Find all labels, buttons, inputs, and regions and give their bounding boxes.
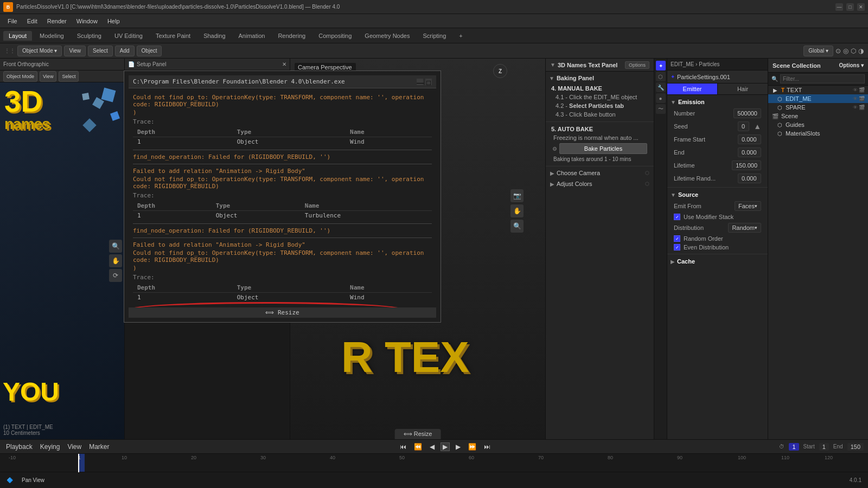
tab-animation[interactable]: Animation [233,31,271,41]
ol-text-label: T [781,87,784,93]
ol-text-name: TEXT [787,87,802,93]
snap-icon[interactable]: ⊙ [835,47,841,55]
close-button[interactable]: ✕ [857,3,865,11]
random-order-cb[interactable]: ✓ [674,235,680,242]
menu-edit[interactable]: Edit [23,17,42,25]
error-console-window-controls: — □ [417,79,432,85]
tl-playback-btn[interactable]: Playback [4,443,34,451]
left-view-btn[interactable]: View [40,71,56,82]
tl-marker-btn[interactable]: Marker [87,443,111,451]
resize-bar[interactable]: ⟺ Resize [395,429,441,439]
even-distribution-cb[interactable]: ✓ [674,244,680,251]
baking-panel-header[interactable]: ▼ Baking Panel [546,74,654,82]
outliner-search-input[interactable] [780,74,865,84]
tab-scripting[interactable]: Scripting [417,31,451,41]
minimize-button[interactable]: — [835,3,843,11]
tab-hair[interactable]: Hair [717,84,768,94]
props-icon-object[interactable]: ⬡ [656,72,666,81]
tl-prev-btn[interactable]: ⏪ [412,443,424,451]
tl-start-frame[interactable]: 1 [819,443,829,451]
nav-zoom-icon[interactable]: 🔍 [109,240,122,253]
tl-play-btn[interactable]: ▶ [441,442,450,451]
menu-file[interactable]: File [3,17,22,25]
tab-modeling[interactable]: Modeling [34,31,69,41]
tl-prev-key-btn[interactable]: ◀ [428,443,436,451]
tab-layout[interactable]: Layout [3,31,32,41]
tab-add[interactable]: + [454,31,468,41]
tl-end-frame[interactable]: 150 [847,443,864,451]
emit-from-row: Emit From Faces ▾ [669,200,765,213]
nav-pan-icon[interactable]: ✋ [109,254,122,267]
tl-skip-start-btn[interactable]: ⏮ [398,443,408,451]
console-resize-bar[interactable]: ⟺ Resize [129,307,436,318]
ol-edit-me-name: EDIT_ME [786,95,812,102]
props-icon-material[interactable]: ● [656,93,666,103]
choose-camera-row[interactable]: ▶ Choose Camera ⬡ [546,168,654,178]
overlay-icon[interactable]: ⬡ [851,47,856,55]
error-maximize-btn[interactable]: □ [425,79,432,85]
proportional-edit-icon[interactable]: ◎ [843,47,848,55]
object-mode-dropdown[interactable]: Object Mode ▾ [17,46,62,56]
ol-item-edit-me[interactable]: ⬡ EDIT_ME 👁 🎬 [768,94,868,103]
menu-render[interactable]: Render [43,17,71,25]
tl-current-frame-display[interactable]: 1 [789,443,799,451]
tab-texture-paint[interactable]: Texture Paint [150,31,196,41]
tab-compositing[interactable]: Compositing [313,31,357,41]
ol-item-spare[interactable]: ⬡ SPARE 👁 🎬 [768,103,868,112]
dropdown-arrow: ▾ [755,203,757,209]
nav-camera-icon[interactable]: 📷 [510,189,524,202]
bake-particles-btn[interactable]: Bake Particles [559,143,647,154]
use-modifier-stack-cb[interactable]: ✓ [674,214,680,220]
tl-keying-btn[interactable]: Keying [39,443,62,451]
tl-view-btn[interactable]: View [66,443,83,451]
menu-window[interactable]: Window [72,17,102,25]
error-trace-1: Trace: [133,118,432,125]
tab-shading[interactable]: Shading [198,31,231,41]
nav-orbit-icon[interactable]: ⟳ [109,269,122,282]
view-btn[interactable]: View [64,46,86,56]
tl-next-key-btn[interactable]: ▶ [454,443,462,451]
tab-emitter[interactable]: Emitter [667,84,717,94]
source-section-header[interactable]: ▼ Source [667,190,768,200]
add-btn[interactable]: Add [115,46,135,56]
shading-icon[interactable]: ◑ [858,47,864,55]
left-mode-btn[interactable]: Object Mode [3,71,37,82]
ol-item-text[interactable]: ▶ T TEXT 👁 🎬 [768,86,868,94]
error-console-content[interactable]: Could not find op_to: OperationKey(type:… [129,88,436,307]
distribution-dropdown[interactable]: Random ▾ [728,223,761,233]
cache-section-header[interactable]: ▶ Cache [667,256,768,266]
tab-geometry-nodes[interactable]: Geometry Nodes [359,31,415,41]
options-btn[interactable]: Options [625,61,649,69]
nav-hand-icon[interactable]: ✋ [510,204,524,217]
error-cell-depth-1: 1 [133,137,233,147]
tab-uv-editing[interactable]: UV Editing [109,31,148,41]
seed-stepper-up[interactable]: ▲ [754,122,761,131]
outliner-options[interactable]: Options ▾ [839,62,864,68]
nav-zoom-main-icon[interactable]: 🔍 [510,220,524,233]
panel-collapse-arrow[interactable]: ▼ [550,62,556,68]
object-btn[interactable]: Object [137,46,162,56]
tab-sculpting[interactable]: Sculpting [72,31,107,41]
tl-skip-end-btn[interactable]: ⏭ [482,443,492,451]
ol-item-scene[interactable]: 🎬 Scene [768,112,868,120]
props-icon-modifier[interactable]: 🔧 [656,82,666,92]
select-btn[interactable]: Select [88,46,113,56]
ol-item-material-slots[interactable]: ⬡ MaterialSlots [768,129,868,138]
menu-help[interactable]: Help [103,17,124,25]
props-icon-particles[interactable]: ✦ [656,61,666,70]
ol-item-guides[interactable]: ⬡ Guides [768,120,868,129]
tab-rendering[interactable]: Rendering [272,31,311,41]
transform-global[interactable]: Global ▾ [803,46,833,56]
left-select-btn[interactable]: Select [59,71,79,82]
emit-from-dropdown[interactable]: Faces ▾ [735,201,761,211]
tl-next-btn[interactable]: ⏩ [467,443,478,451]
maximize-button[interactable]: □ [846,3,854,11]
adjust-colors-row[interactable]: ▶ Adjust Colors ⬡ [546,178,654,189]
props-icon-physics[interactable]: 〜 [656,104,666,114]
timeline-ruler[interactable]: -10 1 10 20 30 40 50 60 70 80 90 100 110… [0,454,868,472]
emission-section-header[interactable]: ▼ Emission [667,97,768,107]
tl-marker-40: 40 [330,455,335,460]
error-minimize-btn[interactable]: — [417,79,423,85]
setup-panel-close[interactable]: ✕ [282,61,286,67]
pan-view-label: Pan View [22,477,44,483]
